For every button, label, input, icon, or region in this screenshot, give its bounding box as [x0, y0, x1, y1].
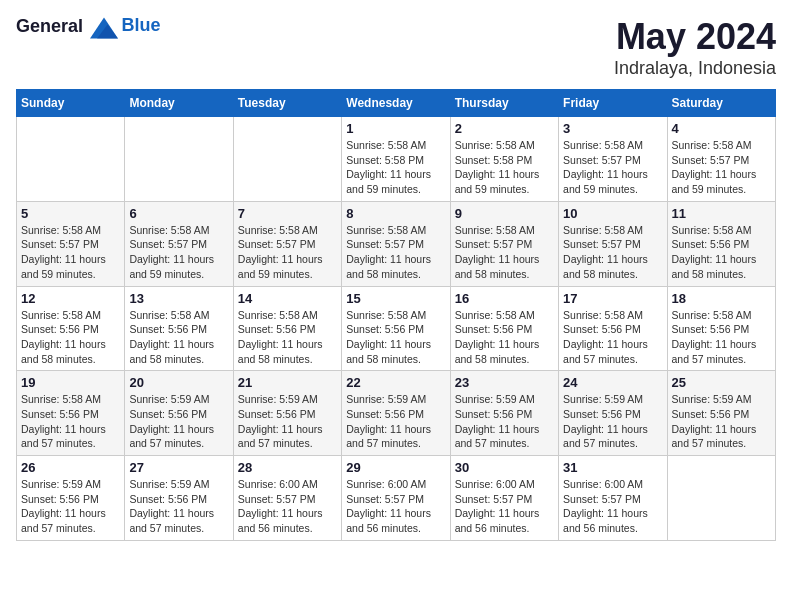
day-info: Sunrise: 5:58 AM Sunset: 5:56 PM Dayligh… — [563, 308, 662, 367]
calendar-cell: 6Sunrise: 5:58 AM Sunset: 5:57 PM Daylig… — [125, 201, 233, 286]
weekday-header-row: SundayMondayTuesdayWednesdayThursdayFrid… — [17, 90, 776, 117]
day-number: 25 — [672, 375, 771, 390]
day-info: Sunrise: 5:59 AM Sunset: 5:56 PM Dayligh… — [563, 392, 662, 451]
day-info: Sunrise: 5:58 AM Sunset: 5:56 PM Dayligh… — [672, 308, 771, 367]
day-number: 9 — [455, 206, 554, 221]
calendar-cell: 19Sunrise: 5:58 AM Sunset: 5:56 PM Dayli… — [17, 371, 125, 456]
day-number: 21 — [238, 375, 337, 390]
calendar-cell: 16Sunrise: 5:58 AM Sunset: 5:56 PM Dayli… — [450, 286, 558, 371]
day-info: Sunrise: 5:58 AM Sunset: 5:57 PM Dayligh… — [563, 223, 662, 282]
day-info: Sunrise: 5:58 AM Sunset: 5:57 PM Dayligh… — [455, 223, 554, 282]
day-info: Sunrise: 6:00 AM Sunset: 5:57 PM Dayligh… — [346, 477, 445, 536]
day-number: 2 — [455, 121, 554, 136]
day-number: 1 — [346, 121, 445, 136]
day-number: 13 — [129, 291, 228, 306]
day-info: Sunrise: 5:59 AM Sunset: 5:56 PM Dayligh… — [455, 392, 554, 451]
day-info: Sunrise: 5:59 AM Sunset: 5:56 PM Dayligh… — [672, 392, 771, 451]
day-number: 31 — [563, 460, 662, 475]
day-info: Sunrise: 5:58 AM Sunset: 5:57 PM Dayligh… — [563, 138, 662, 197]
day-info: Sunrise: 5:58 AM Sunset: 5:57 PM Dayligh… — [21, 223, 120, 282]
weekday-header-tuesday: Tuesday — [233, 90, 341, 117]
calendar-cell: 27Sunrise: 5:59 AM Sunset: 5:56 PM Dayli… — [125, 456, 233, 541]
location-title: Indralaya, Indonesia — [614, 58, 776, 79]
calendar-cell: 11Sunrise: 5:58 AM Sunset: 5:56 PM Dayli… — [667, 201, 775, 286]
day-info: Sunrise: 5:58 AM Sunset: 5:56 PM Dayligh… — [672, 223, 771, 282]
weekday-header-monday: Monday — [125, 90, 233, 117]
day-number: 23 — [455, 375, 554, 390]
page-header: General Blue May 2024 Indralaya, Indones… — [16, 16, 776, 79]
weekday-header-friday: Friday — [559, 90, 667, 117]
calendar-week-row: 19Sunrise: 5:58 AM Sunset: 5:56 PM Dayli… — [17, 371, 776, 456]
day-info: Sunrise: 5:58 AM Sunset: 5:57 PM Dayligh… — [129, 223, 228, 282]
weekday-header-wednesday: Wednesday — [342, 90, 450, 117]
calendar-cell — [667, 456, 775, 541]
day-info: Sunrise: 5:58 AM Sunset: 5:56 PM Dayligh… — [455, 308, 554, 367]
calendar-cell — [17, 117, 125, 202]
calendar-cell: 10Sunrise: 5:58 AM Sunset: 5:57 PM Dayli… — [559, 201, 667, 286]
calendar-cell: 12Sunrise: 5:58 AM Sunset: 5:56 PM Dayli… — [17, 286, 125, 371]
title-area: May 2024 Indralaya, Indonesia — [614, 16, 776, 79]
calendar-cell: 22Sunrise: 5:59 AM Sunset: 5:56 PM Dayli… — [342, 371, 450, 456]
day-info: Sunrise: 5:59 AM Sunset: 5:56 PM Dayligh… — [238, 392, 337, 451]
day-number: 22 — [346, 375, 445, 390]
day-number: 8 — [346, 206, 445, 221]
calendar-cell: 24Sunrise: 5:59 AM Sunset: 5:56 PM Dayli… — [559, 371, 667, 456]
calendar-cell: 14Sunrise: 5:58 AM Sunset: 5:56 PM Dayli… — [233, 286, 341, 371]
day-number: 29 — [346, 460, 445, 475]
calendar-cell: 28Sunrise: 6:00 AM Sunset: 5:57 PM Dayli… — [233, 456, 341, 541]
day-number: 26 — [21, 460, 120, 475]
day-info: Sunrise: 5:58 AM Sunset: 5:57 PM Dayligh… — [238, 223, 337, 282]
day-number: 4 — [672, 121, 771, 136]
calendar-cell: 3Sunrise: 5:58 AM Sunset: 5:57 PM Daylig… — [559, 117, 667, 202]
calendar-cell: 8Sunrise: 5:58 AM Sunset: 5:57 PM Daylig… — [342, 201, 450, 286]
day-number: 6 — [129, 206, 228, 221]
calendar-week-row: 1Sunrise: 5:58 AM Sunset: 5:58 PM Daylig… — [17, 117, 776, 202]
weekday-header-thursday: Thursday — [450, 90, 558, 117]
day-number: 12 — [21, 291, 120, 306]
day-number: 30 — [455, 460, 554, 475]
day-number: 3 — [563, 121, 662, 136]
calendar-week-row: 12Sunrise: 5:58 AM Sunset: 5:56 PM Dayli… — [17, 286, 776, 371]
day-number: 5 — [21, 206, 120, 221]
day-number: 10 — [563, 206, 662, 221]
day-number: 14 — [238, 291, 337, 306]
calendar-cell: 1Sunrise: 5:58 AM Sunset: 5:58 PM Daylig… — [342, 117, 450, 202]
calendar-cell: 4Sunrise: 5:58 AM Sunset: 5:57 PM Daylig… — [667, 117, 775, 202]
calendar-cell: 15Sunrise: 5:58 AM Sunset: 5:56 PM Dayli… — [342, 286, 450, 371]
day-info: Sunrise: 6:00 AM Sunset: 5:57 PM Dayligh… — [238, 477, 337, 536]
day-info: Sunrise: 5:58 AM Sunset: 5:57 PM Dayligh… — [672, 138, 771, 197]
calendar-cell: 26Sunrise: 5:59 AM Sunset: 5:56 PM Dayli… — [17, 456, 125, 541]
day-number: 20 — [129, 375, 228, 390]
calendar-cell — [233, 117, 341, 202]
day-number: 17 — [563, 291, 662, 306]
day-info: Sunrise: 5:58 AM Sunset: 5:56 PM Dayligh… — [129, 308, 228, 367]
day-number: 16 — [455, 291, 554, 306]
logo-icon — [90, 17, 118, 39]
calendar-cell: 25Sunrise: 5:59 AM Sunset: 5:56 PM Dayli… — [667, 371, 775, 456]
calendar-cell: 17Sunrise: 5:58 AM Sunset: 5:56 PM Dayli… — [559, 286, 667, 371]
calendar-cell: 5Sunrise: 5:58 AM Sunset: 5:57 PM Daylig… — [17, 201, 125, 286]
calendar-cell: 20Sunrise: 5:59 AM Sunset: 5:56 PM Dayli… — [125, 371, 233, 456]
day-info: Sunrise: 5:59 AM Sunset: 5:56 PM Dayligh… — [346, 392, 445, 451]
logo: General Blue — [16, 16, 161, 39]
day-number: 15 — [346, 291, 445, 306]
day-number: 19 — [21, 375, 120, 390]
weekday-header-sunday: Sunday — [17, 90, 125, 117]
day-info: Sunrise: 5:58 AM Sunset: 5:56 PM Dayligh… — [346, 308, 445, 367]
calendar-week-row: 5Sunrise: 5:58 AM Sunset: 5:57 PM Daylig… — [17, 201, 776, 286]
day-info: Sunrise: 5:58 AM Sunset: 5:56 PM Dayligh… — [21, 308, 120, 367]
calendar-cell: 18Sunrise: 5:58 AM Sunset: 5:56 PM Dayli… — [667, 286, 775, 371]
day-info: Sunrise: 5:58 AM Sunset: 5:56 PM Dayligh… — [21, 392, 120, 451]
weekday-header-saturday: Saturday — [667, 90, 775, 117]
calendar-cell: 23Sunrise: 5:59 AM Sunset: 5:56 PM Dayli… — [450, 371, 558, 456]
day-number: 11 — [672, 206, 771, 221]
calendar-cell: 21Sunrise: 5:59 AM Sunset: 5:56 PM Dayli… — [233, 371, 341, 456]
calendar-cell: 9Sunrise: 5:58 AM Sunset: 5:57 PM Daylig… — [450, 201, 558, 286]
day-info: Sunrise: 5:59 AM Sunset: 5:56 PM Dayligh… — [129, 392, 228, 451]
calendar-cell: 13Sunrise: 5:58 AM Sunset: 5:56 PM Dayli… — [125, 286, 233, 371]
day-info: Sunrise: 6:00 AM Sunset: 5:57 PM Dayligh… — [455, 477, 554, 536]
day-info: Sunrise: 5:58 AM Sunset: 5:57 PM Dayligh… — [346, 223, 445, 282]
calendar-cell: 2Sunrise: 5:58 AM Sunset: 5:58 PM Daylig… — [450, 117, 558, 202]
day-info: Sunrise: 5:58 AM Sunset: 5:56 PM Dayligh… — [238, 308, 337, 367]
logo-text-general: General — [16, 16, 83, 36]
